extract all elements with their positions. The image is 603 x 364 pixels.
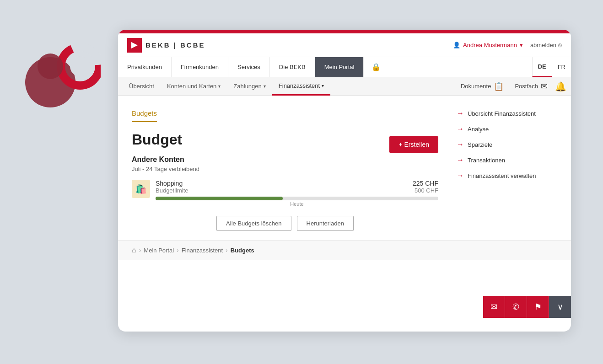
shopping-name: Shopping — [156, 180, 183, 187]
nav-die-bekb[interactable]: Die BEKB — [270, 57, 315, 77]
dokumente-icon: 📋 — [494, 81, 504, 91]
logo-icon — [127, 38, 142, 53]
sidebar-link-label: Sparziele — [468, 141, 492, 148]
download-button[interactable]: Herunterladen — [297, 216, 354, 231]
budget-limit-value: 500 CHF — [415, 187, 438, 194]
user-menu[interactable]: 👤 Andrea Mustermann ▾ — [453, 42, 523, 48]
breadcrumb-chevron: › — [226, 246, 228, 254]
postfach-icon: ✉ — [541, 81, 548, 91]
progress-label: Heute — [156, 201, 438, 207]
arrow-icon: → — [457, 156, 464, 164]
logout-label: abmelden — [530, 42, 556, 48]
header: BEKB | BCBE 👤 Andrea Mustermann ▾ abmeld… — [118, 33, 571, 57]
language-selector: DE FR — [532, 57, 571, 77]
content-left: Budgets Budget + Erstellen Andere Konten… — [132, 109, 438, 231]
dokumente-button[interactable]: Dokumente 📋 — [457, 81, 507, 91]
sidebar-link-transaktionen[interactable]: → Transaktionen — [457, 156, 557, 164]
subnav-konten-karten[interactable]: Konten und Karten ▾ — [161, 77, 227, 96]
sidebar-link-label: Analyse — [468, 126, 489, 133]
budget-item-row-2: Budgetlimite 500 CHF — [156, 187, 438, 194]
top-stripe — [118, 30, 571, 33]
browser-window: BEKB | BCBE 👤 Andrea Mustermann ▾ abmeld… — [118, 30, 571, 332]
page-title-section: Budgets — [132, 109, 157, 122]
subnav-zahlungen[interactable]: Zahlungen ▾ — [227, 77, 272, 96]
main-nav: Privatkunden Firmenkunden Services Die B… — [118, 57, 571, 77]
lang-de[interactable]: DE — [532, 57, 552, 77]
budget-limit-label: Budgetlimite — [156, 187, 188, 194]
budget-item-row-1: Shopping 225 CHF — [156, 180, 438, 187]
postfach-button[interactable]: Postfach ✉ — [511, 81, 551, 91]
shopping-amount: 225 CHF — [413, 180, 438, 187]
chevron-icon: ▾ — [322, 83, 324, 88]
svg-point-4 — [38, 54, 63, 79]
breadcrumb: ⌂ › Mein Portal › Finanzassistent › Budg… — [118, 240, 571, 260]
nav-services[interactable]: Services — [228, 57, 270, 77]
progress-bar-fill — [156, 197, 283, 200]
float-email-button[interactable]: ✉ — [483, 296, 505, 318]
arrow-icon: → — [457, 125, 464, 133]
logout-button[interactable]: abmelden ⎋ — [530, 42, 562, 48]
sidebar-links: → Übersicht Finanzassistent → Analyse → … — [457, 109, 557, 231]
chevron-icon: ▾ — [264, 84, 266, 89]
arrow-icon: → — [457, 109, 464, 118]
budget-date: Juli - 24 Tage verbleibend — [132, 166, 438, 172]
background-avatar — [9, 23, 101, 123]
svg-point-3 — [70, 56, 90, 76]
float-location-button[interactable]: ⚑ — [527, 296, 549, 318]
lang-fr[interactable]: FR — [552, 57, 571, 77]
sidebar-link-sparziele[interactable]: → Sparziele — [457, 140, 557, 149]
float-phone-button[interactable]: ✆ — [505, 296, 527, 318]
sidebar-link-label: Finanzassistent verwalten — [468, 172, 536, 179]
create-button[interactable]: + Erstellen — [389, 136, 438, 153]
sidebar-link-ubersicht[interactable]: → Übersicht Finanzassistent — [457, 109, 557, 118]
arrow-icon: → — [457, 171, 464, 180]
nav-mein-portal[interactable]: Mein Portal — [315, 57, 364, 77]
andere-konten-title: Andere Konten — [132, 155, 438, 164]
arrow-icon: → — [457, 140, 464, 149]
chevron-icon: ▾ — [218, 84, 221, 89]
user-name: Andrea Mustermann — [463, 42, 517, 48]
email-icon: ✉ — [490, 302, 497, 312]
logout-icon: ⎋ — [558, 42, 562, 48]
logo: BEKB | BCBE — [127, 38, 205, 53]
sidebar-link-verwalten[interactable]: → Finanzassistent verwalten — [457, 171, 557, 180]
page-title: Budgets — [132, 109, 157, 117]
breadcrumb-chevron: › — [139, 246, 141, 254]
sidebar-link-analyse[interactable]: → Analyse — [457, 125, 557, 133]
notifications-bell[interactable]: 🔔 — [555, 81, 566, 92]
sub-nav: Übersicht Konten und Karten ▾ Zahlungen … — [118, 77, 571, 96]
location-icon: ⚑ — [534, 302, 542, 312]
postfach-label: Postfach — [515, 83, 538, 90]
delete-all-button[interactable]: Alle Budgets löschen — [216, 216, 291, 231]
breadcrumb-mein-portal[interactable]: Mein Portal — [144, 247, 174, 254]
main-content: Budgets Budget + Erstellen Andere Konten… — [118, 96, 571, 240]
subnav-ubersicht[interactable]: Übersicht — [123, 77, 161, 96]
subnav-finanzassistent[interactable]: Finanzassistent ▾ — [272, 77, 330, 96]
nav-firmenkunden[interactable]: Firmenkunden — [172, 57, 228, 77]
budget-item-details: Shopping 225 CHF Budgetlimite 500 CHF He… — [156, 180, 438, 207]
breadcrumb-finanzassistent[interactable]: Finanzassistent — [182, 247, 223, 254]
chevron-down-icon: ▾ — [520, 42, 523, 48]
shopping-icon: 🛍️ — [132, 180, 150, 198]
dokumente-label: Dokumente — [461, 83, 491, 90]
phone-icon: ✆ — [512, 302, 519, 312]
sidebar-link-label: Übersicht Finanzassistent — [468, 110, 536, 117]
home-icon[interactable]: ⌂ — [132, 246, 136, 254]
nav-privatkunden[interactable]: Privatkunden — [118, 57, 172, 77]
progress-bar-container — [156, 197, 438, 200]
lock-icon[interactable]: 🔒 — [364, 57, 388, 77]
sub-nav-actions: Dokumente 📋 Postfach ✉ 🔔 — [457, 81, 566, 92]
float-expand-button[interactable]: ∨ — [549, 296, 571, 318]
user-icon: 👤 — [453, 42, 460, 48]
breadcrumb-current: Budgets — [231, 247, 254, 254]
sidebar-link-label: Transaktionen — [468, 157, 505, 164]
header-right: 👤 Andrea Mustermann ▾ abmelden ⎋ — [453, 42, 562, 48]
breadcrumb-chevron: › — [177, 246, 179, 254]
float-actions: ✉ ✆ ⚑ ∨ — [483, 296, 571, 318]
budget-item-shopping: 🛍️ Shopping 225 CHF Budgetlimite 500 CHF… — [132, 180, 438, 207]
chevron-down-icon: ∨ — [557, 302, 563, 312]
action-buttons: Alle Budgets löschen Herunterladen — [132, 216, 438, 231]
logo-text: BEKB | BCBE — [145, 41, 205, 49]
